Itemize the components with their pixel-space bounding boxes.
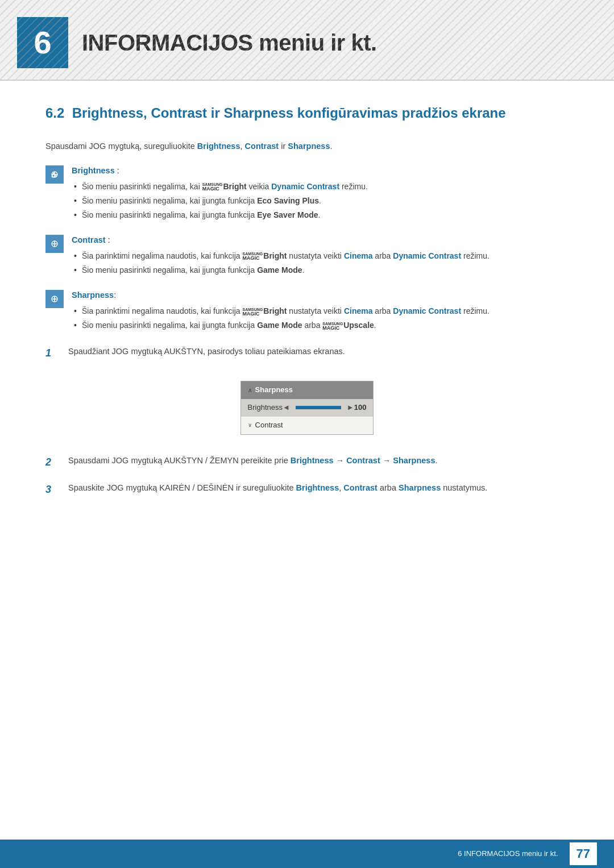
- section-title: Brightness, Contrast ir Sharpness konfig…: [72, 105, 506, 121]
- osd-brightness-label: Brightness: [248, 402, 283, 414]
- sharpness-note-content: Sharpness: Šia parinktimi negalima naudo…: [72, 289, 569, 334]
- step-number-3: 3: [45, 481, 63, 498]
- sharpness-note: Sharpness: Šia parinktimi negalima naudo…: [45, 289, 569, 334]
- list-item: Šio meniu pasirinkti negalima, kai SAMSU…: [72, 181, 569, 193]
- step-1-text: Spaudžiant JOG mygtuką AUKŠTYN, pasirody…: [68, 345, 345, 358]
- intro-text: Spausdami JOG mygtuką, sureguliuokite Br…: [45, 140, 569, 153]
- brightness-note-content: Brightness : Šio meniu pasirinkti negali…: [72, 164, 569, 223]
- step-3: 3 Spauskite JOG mygtuką KAIRĖN / DEŠINĖN…: [45, 481, 569, 498]
- osd-brightness-row: Brightness ◄ ► 100: [241, 399, 374, 417]
- contrast-note-content: Contrast : Šia parinktimi negalima naudo…: [72, 234, 569, 279]
- chapter-header: 6 INFORMACIJOS meniu ir kt.: [0, 0, 614, 81]
- page-footer: 6 INFORMACIJOS meniu ir kt. 77: [0, 840, 614, 868]
- note-icon-sharpness: [45, 290, 64, 308]
- brightness-bullets: Šio meniu pasirinkti negalima, kai SAMSU…: [72, 181, 569, 221]
- brightness-title: Brightness :: [72, 164, 569, 177]
- osd-brightness-value: 100: [354, 402, 367, 414]
- contrast-note: Contrast : Šia parinktimi negalima naudo…: [45, 234, 569, 279]
- list-item: Šia parinktimi negalima naudotis, kai fu…: [72, 305, 569, 317]
- step-3-text: Spauskite JOG mygtuką KAIRĖN / DEŠINĖN i…: [68, 481, 487, 495]
- osd-sharpness-label: Sharpness: [255, 384, 367, 396]
- section-heading: 6.2 Brightness, Contrast ir Sharpness ko…: [45, 103, 569, 123]
- contrast-bullets: Šia parinktimi negalima naudotis, kai fu…: [72, 250, 569, 276]
- arrow-left-icon: ◄: [283, 402, 290, 414]
- chevron-down-icon: ∨: [248, 421, 252, 430]
- footer-page-number: 77: [570, 842, 597, 865]
- list-item: Šio meniu pasirinkti negalima, kai įjung…: [72, 209, 569, 221]
- step-2: 2 Spausdami JOG mygtuką AUKŠTYN / ŽEMYN …: [45, 454, 569, 471]
- note-icon-brightness: [45, 165, 64, 184]
- osd-sharpness-row: ∧ Sharpness: [241, 381, 374, 399]
- osd-contrast-row: ∨ Contrast: [241, 417, 374, 434]
- osd-contrast-label: Contrast: [255, 420, 367, 431]
- list-item: Šia parinktimi negalima naudotis, kai fu…: [72, 250, 569, 262]
- contrast-title: Contrast :: [72, 234, 569, 247]
- list-item: Šio meniu pasirinkti negalima, kai įjung…: [72, 195, 569, 207]
- sharpness-bullets: Šia parinktimi negalima naudotis, kai fu…: [72, 305, 569, 331]
- list-item: Šio meniu pasirinkti negalima, kai įjung…: [72, 319, 569, 331]
- osd-progress-bar: [296, 406, 341, 409]
- osd-menu-container: ∧ Sharpness Brightness ◄ ► 100 ∨ Contras…: [45, 373, 569, 442]
- note-icon-contrast: [45, 235, 64, 253]
- step-number-2: 2: [45, 454, 63, 471]
- arrow-right-icon: ►: [347, 402, 354, 414]
- section-number: 6.2: [45, 105, 64, 121]
- step-2-text: Spausdami JOG mygtuką AUKŠTYN / ŽEMYN pe…: [68, 454, 438, 467]
- osd-menu: ∧ Sharpness Brightness ◄ ► 100 ∨ Contras…: [240, 381, 374, 434]
- brightness-note: Brightness : Šio meniu pasirinkti negali…: [45, 164, 569, 223]
- step-number-1: 1: [45, 345, 63, 362]
- main-content: 6.2 Brightness, Contrast ir Sharpness ko…: [0, 81, 614, 555]
- list-item: Šio meniu pasirinkti negalima, kai įjung…: [72, 264, 569, 276]
- footer-text: 6 INFORMACIJOS meniu ir kt.: [458, 848, 558, 860]
- step-1: 1 Spaudžiant JOG mygtuką AUKŠTYN, pasiro…: [45, 345, 569, 362]
- sharpness-title: Sharpness:: [72, 289, 569, 302]
